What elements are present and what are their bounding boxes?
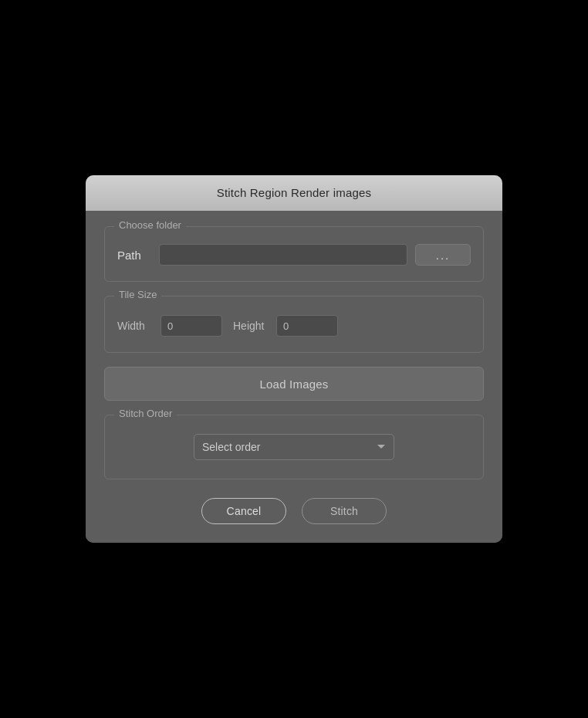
path-label: Path [117,249,151,262]
dialog-body: Choose folder Path ... Tile Size Width H… [86,211,502,543]
stitch-order-label: Stitch Order [114,408,177,419]
choose-folder-label: Choose folder [114,219,186,231]
width-input[interactable] [161,315,222,337]
cancel-button[interactable]: Cancel [201,498,286,524]
select-wrapper: Select order Left to Right Right to Left… [117,434,471,460]
stitch-button[interactable]: Stitch [302,498,387,524]
button-row: Cancel Stitch [104,498,484,524]
browse-button[interactable]: ... [415,244,471,266]
load-images-button[interactable]: Load Images [104,367,484,401]
height-input[interactable] [276,315,338,337]
dialog-title: Stitch Region Render images [217,186,372,199]
width-label: Width [117,320,150,332]
tile-size-label: Tile Size [114,289,161,300]
stitch-dialog: Stitch Region Render images Choose folde… [86,175,502,543]
order-select[interactable]: Select order Left to Right Right to Left… [194,434,394,460]
title-bar: Stitch Region Render images [86,175,502,211]
path-row: Path ... [117,244,471,266]
tile-size-section: Tile Size Width Height [104,296,484,353]
tile-size-row: Width Height [117,315,471,337]
path-input[interactable] [159,244,407,266]
stitch-order-section: Stitch Order Select order Left to Right … [104,415,484,479]
height-label: Height [233,320,265,332]
choose-folder-section: Choose folder Path ... [104,226,484,282]
